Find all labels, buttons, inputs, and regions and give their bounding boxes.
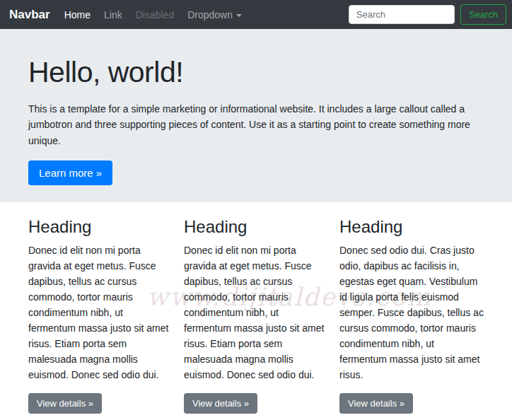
view-details-button-2[interactable]: View details » (184, 393, 257, 414)
learn-more-button[interactable]: Learn more » (28, 161, 112, 185)
view-details-button-1[interactable]: View details » (28, 393, 102, 414)
view-details-button-3[interactable]: View details » (339, 393, 413, 414)
feature-column-3: Heading Donec sed odio dui. Cras justo o… (339, 217, 484, 414)
column-2-heading: Heading (184, 217, 247, 237)
search-form: Search (349, 4, 506, 25)
feature-column-2: Heading Donec id elit non mi porta gravi… (184, 217, 339, 414)
column-1-text: Donec id elit non mi porta gravida at eg… (28, 243, 173, 383)
column-2-text: Donec id elit non mi porta gravida at eg… (184, 243, 328, 383)
column-1-heading: Heading (28, 217, 91, 237)
nav-links: Home Link Disabled Dropdown (64, 9, 255, 21)
nav-item-link[interactable]: Link (104, 9, 122, 21)
chevron-down-icon (236, 14, 242, 17)
search-button[interactable]: Search (460, 4, 506, 25)
nav-item-dropdown[interactable]: Dropdown (187, 9, 242, 21)
column-3-heading: Heading (339, 217, 402, 237)
feature-columns: Heading Donec id elit non mi porta gravi… (28, 217, 484, 414)
navbar-brand[interactable]: Navbar (9, 8, 50, 22)
search-input[interactable] (349, 5, 455, 24)
column-3-text: Donec sed odio dui. Cras justo odio, dap… (339, 243, 484, 383)
jumbotron-title: Hello, world! (28, 56, 484, 89)
nav-item-disabled: Disabled (136, 9, 174, 21)
nav-item-home[interactable]: Home (64, 9, 91, 21)
feature-column-1: Heading Donec id elit non mi porta gravi… (28, 217, 184, 414)
jumbotron: Hello, world! This is a template for a s… (0, 29, 512, 202)
nav-item-dropdown-label: Dropdown (187, 9, 233, 21)
jumbotron-description: This is a template for a simple marketin… (28, 101, 484, 148)
main-content: Heading Donec id elit non mi porta gravi… (0, 217, 512, 420)
navbar: Navbar Home Link Disabled Dropdown Searc… (0, 0, 512, 29)
